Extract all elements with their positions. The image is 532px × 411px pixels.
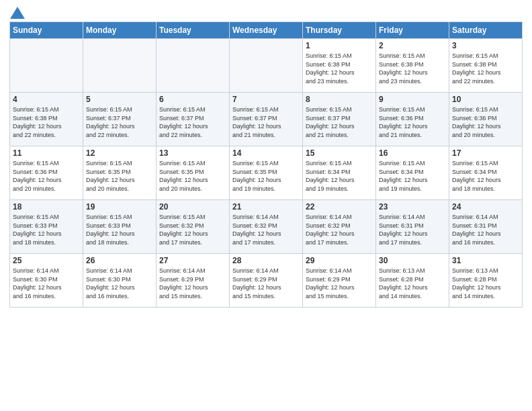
day-number: 14: [232, 148, 300, 158]
calendar-cell: 14Sunrise: 6:15 AM Sunset: 6:35 PM Dayli…: [230, 146, 303, 200]
day-number: 10: [452, 95, 519, 104]
calendar-cell: 12Sunrise: 6:15 AM Sunset: 6:35 PM Dayli…: [83, 146, 157, 200]
day-number: 31: [452, 256, 519, 265]
day-info: Sunrise: 6:15 AM Sunset: 6:36 PM Dayligh…: [379, 105, 446, 139]
day-number: 4: [13, 95, 80, 104]
calendar-cell: 21Sunrise: 6:14 AM Sunset: 6:32 PM Dayli…: [230, 200, 303, 254]
day-info: Sunrise: 6:15 AM Sunset: 6:37 PM Dayligh…: [159, 105, 226, 139]
day-info: Sunrise: 6:15 AM Sunset: 6:37 PM Dayligh…: [306, 105, 373, 139]
logo-icon: [10, 7, 25, 19]
day-number: 16: [379, 148, 446, 158]
calendar-cell: 13Sunrise: 6:15 AM Sunset: 6:35 PM Dayli…: [157, 146, 230, 200]
calendar-header-row: SundayMondayTuesdayWednesdayThursdayFrid…: [10, 22, 523, 39]
calendar-cell: 28Sunrise: 6:14 AM Sunset: 6:29 PM Dayli…: [230, 254, 303, 308]
calendar-cell: 1Sunrise: 6:15 AM Sunset: 6:38 PM Daylig…: [303, 39, 376, 93]
day-info: Sunrise: 6:13 AM Sunset: 6:28 PM Dayligh…: [452, 267, 519, 300]
calendar-cell: 23Sunrise: 6:14 AM Sunset: 6:31 PM Dayli…: [376, 200, 449, 254]
day-info: Sunrise: 6:14 AM Sunset: 6:30 PM Dayligh…: [13, 267, 80, 300]
calendar-cell: 5Sunrise: 6:15 AM Sunset: 6:37 PM Daylig…: [83, 93, 157, 146]
calendar-cell: 8Sunrise: 6:15 AM Sunset: 6:37 PM Daylig…: [303, 93, 376, 146]
day-info: Sunrise: 6:15 AM Sunset: 6:36 PM Dayligh…: [13, 159, 80, 193]
calendar-cell: 19Sunrise: 6:15 AM Sunset: 6:33 PM Dayli…: [83, 200, 157, 254]
day-number: 3: [452, 41, 519, 50]
day-info: Sunrise: 6:15 AM Sunset: 6:38 PM Dayligh…: [306, 52, 373, 85]
day-number: 24: [452, 202, 519, 212]
day-info: Sunrise: 6:15 AM Sunset: 6:32 PM Dayligh…: [159, 213, 226, 246]
day-number: 22: [306, 202, 373, 212]
day-info: Sunrise: 6:15 AM Sunset: 6:33 PM Dayligh…: [86, 213, 153, 246]
day-number: 27: [159, 256, 226, 265]
calendar-cell: 30Sunrise: 6:13 AM Sunset: 6:28 PM Dayli…: [376, 254, 449, 308]
calendar-day-header: Friday: [376, 22, 449, 39]
calendar-cell: 2Sunrise: 6:15 AM Sunset: 6:38 PM Daylig…: [376, 39, 449, 93]
day-info: Sunrise: 6:15 AM Sunset: 6:34 PM Dayligh…: [306, 159, 373, 193]
calendar-cell: 26Sunrise: 6:14 AM Sunset: 6:30 PM Dayli…: [83, 254, 157, 308]
day-info: Sunrise: 6:14 AM Sunset: 6:29 PM Dayligh…: [306, 267, 373, 300]
day-number: 5: [86, 95, 153, 104]
calendar-table: SundayMondayTuesdayWednesdayThursdayFrid…: [9, 21, 523, 308]
day-number: 12: [86, 148, 153, 158]
day-number: 13: [159, 148, 226, 158]
calendar-day-header: Wednesday: [230, 22, 303, 39]
day-number: 25: [13, 256, 80, 265]
calendar-day-header: Tuesday: [157, 22, 230, 39]
day-info: Sunrise: 6:15 AM Sunset: 6:34 PM Dayligh…: [452, 159, 519, 193]
main-container: SundayMondayTuesdayWednesdayThursdayFrid…: [0, 0, 532, 314]
calendar-cell: 20Sunrise: 6:15 AM Sunset: 6:32 PM Dayli…: [157, 200, 230, 254]
day-number: 21: [232, 202, 300, 212]
day-number: 6: [159, 95, 226, 104]
day-number: 29: [306, 256, 373, 265]
calendar-week-row: 1Sunrise: 6:15 AM Sunset: 6:38 PM Daylig…: [10, 39, 523, 93]
day-info: Sunrise: 6:15 AM Sunset: 6:38 PM Dayligh…: [13, 105, 80, 139]
day-number: 2: [379, 41, 446, 50]
day-number: 9: [379, 95, 446, 104]
day-info: Sunrise: 6:15 AM Sunset: 6:33 PM Dayligh…: [13, 213, 80, 246]
calendar-cell: 31Sunrise: 6:13 AM Sunset: 6:28 PM Dayli…: [449, 254, 523, 308]
day-info: Sunrise: 6:15 AM Sunset: 6:38 PM Dayligh…: [379, 52, 446, 85]
day-info: Sunrise: 6:15 AM Sunset: 6:35 PM Dayligh…: [232, 159, 300, 193]
calendar-cell: 9Sunrise: 6:15 AM Sunset: 6:36 PM Daylig…: [376, 93, 449, 146]
calendar-week-row: 25Sunrise: 6:14 AM Sunset: 6:30 PM Dayli…: [10, 254, 523, 308]
day-info: Sunrise: 6:15 AM Sunset: 6:36 PM Dayligh…: [452, 105, 519, 139]
calendar-cell: 25Sunrise: 6:14 AM Sunset: 6:30 PM Dayli…: [10, 254, 83, 308]
day-number: 26: [86, 256, 153, 265]
day-number: 7: [232, 95, 300, 104]
calendar-cell: 24Sunrise: 6:14 AM Sunset: 6:31 PM Dayli…: [449, 200, 523, 254]
calendar-cell: 15Sunrise: 6:15 AM Sunset: 6:34 PM Dayli…: [303, 146, 376, 200]
day-info: Sunrise: 6:14 AM Sunset: 6:30 PM Dayligh…: [86, 267, 153, 300]
calendar-cell: 29Sunrise: 6:14 AM Sunset: 6:29 PM Dayli…: [303, 254, 376, 308]
calendar-cell: 6Sunrise: 6:15 AM Sunset: 6:37 PM Daylig…: [157, 93, 230, 146]
calendar-cell: 4Sunrise: 6:15 AM Sunset: 6:38 PM Daylig…: [10, 93, 83, 146]
day-number: 23: [379, 202, 446, 212]
calendar-week-row: 4Sunrise: 6:15 AM Sunset: 6:38 PM Daylig…: [10, 93, 523, 146]
day-info: Sunrise: 6:15 AM Sunset: 6:37 PM Dayligh…: [86, 105, 153, 139]
calendar-cell: 3Sunrise: 6:15 AM Sunset: 6:38 PM Daylig…: [449, 39, 523, 93]
calendar-cell: [10, 39, 83, 93]
day-info: Sunrise: 6:15 AM Sunset: 6:37 PM Dayligh…: [232, 105, 300, 139]
day-number: 17: [452, 148, 519, 158]
day-info: Sunrise: 6:14 AM Sunset: 6:32 PM Dayligh…: [306, 213, 373, 246]
calendar-cell: 11Sunrise: 6:15 AM Sunset: 6:36 PM Dayli…: [10, 146, 83, 200]
calendar-day-header: Thursday: [303, 22, 376, 39]
calendar-cell: 22Sunrise: 6:14 AM Sunset: 6:32 PM Dayli…: [303, 200, 376, 254]
day-info: Sunrise: 6:14 AM Sunset: 6:29 PM Dayligh…: [232, 267, 300, 300]
calendar-cell: 18Sunrise: 6:15 AM Sunset: 6:33 PM Dayli…: [10, 200, 83, 254]
calendar-cell: [157, 39, 230, 93]
svg-marker-0: [10, 7, 25, 19]
calendar-cell: [83, 39, 157, 93]
day-number: 19: [86, 202, 153, 212]
day-info: Sunrise: 6:15 AM Sunset: 6:38 PM Dayligh…: [452, 52, 519, 85]
day-info: Sunrise: 6:14 AM Sunset: 6:31 PM Dayligh…: [379, 213, 446, 246]
calendar-week-row: 11Sunrise: 6:15 AM Sunset: 6:36 PM Dayli…: [10, 146, 523, 200]
day-info: Sunrise: 6:14 AM Sunset: 6:29 PM Dayligh…: [159, 267, 226, 300]
day-number: 30: [379, 256, 446, 265]
day-number: 11: [13, 148, 80, 158]
day-number: 18: [13, 202, 80, 212]
day-number: 1: [306, 41, 373, 50]
calendar-day-header: Sunday: [10, 22, 83, 39]
day-info: Sunrise: 6:14 AM Sunset: 6:31 PM Dayligh…: [452, 213, 519, 246]
day-info: Sunrise: 6:14 AM Sunset: 6:32 PM Dayligh…: [232, 213, 300, 246]
day-number: 15: [306, 148, 373, 158]
day-info: Sunrise: 6:15 AM Sunset: 6:35 PM Dayligh…: [86, 159, 153, 193]
logo: [9, 7, 25, 16]
